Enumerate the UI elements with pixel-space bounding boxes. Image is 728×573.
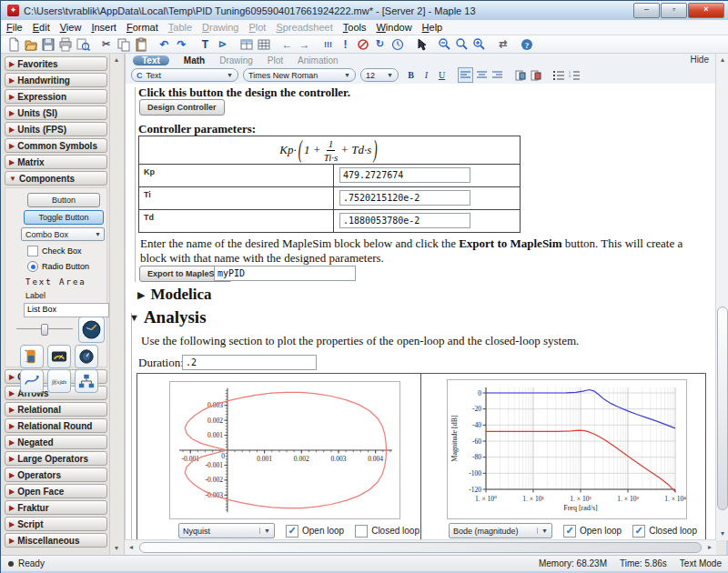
component-toggle-button[interactable]: Toggle Button [24,210,104,225]
interrupt-icon[interactable] [355,36,370,52]
scroll-left-icon[interactable]: ◂ [125,541,137,554]
block-name-input[interactable] [214,266,356,281]
scroll-down-icon[interactable]: ▾ [716,528,728,540]
menu-file[interactable]: File [6,22,23,33]
back-icon[interactable]: ← [279,36,295,52]
open-file-icon[interactable] [23,36,38,52]
redo-icon[interactable]: ↷ [174,36,189,52]
bode-open-loop-checkbox[interactable]: ✓ [563,525,576,538]
palette-header-relational-round[interactable]: ▶Relational Round [5,418,107,433]
print-icon[interactable] [57,36,73,52]
component-list-box[interactable]: List Box [24,303,109,317]
cut-icon[interactable]: ✂ [98,36,114,52]
kp-value-input[interactable] [339,167,470,183]
palette-header-miscellaneous[interactable]: ▶Miscellaneous [5,533,107,548]
menu-help[interactable]: Help [422,22,443,33]
scroll-right-icon[interactable]: ▸ [703,541,716,554]
design-controller-button[interactable]: Design Controller [139,99,225,116]
td-value-input[interactable] [339,213,470,228]
tab-math[interactable]: Math [184,55,205,65]
menu-window[interactable]: Window [376,22,411,33]
volume-gauge-icon[interactable]: +− [20,345,44,368]
palette-header-units-si-[interactable]: ▶Units (SI) [5,106,107,120]
print-preview-icon[interactable] [75,36,90,52]
palette-header-fraktur[interactable]: ▶Fraktur [5,500,107,515]
palette-header-units-fps-[interactable]: ▶Units (FPS) [5,122,107,136]
palette-header-common-symbols[interactable]: ▶Common Symbols [5,138,107,153]
menu-insert[interactable]: Insert [91,22,116,33]
analysis-section-header[interactable]: ▼ Analysis [129,307,207,327]
palette-header-operators[interactable]: ▶Operators [5,467,107,482]
menu-spreadsheet[interactable]: Spreadsheet [276,22,332,33]
title-bar[interactable]: ✦ C:\Users\tvrablik\AppData\Local\Temp\P… [1,1,728,20]
component-button[interactable]: Button [27,193,100,207]
menu-drawing[interactable]: Drawing [202,22,238,33]
nyquist-open-loop-checkbox[interactable]: ✓ [286,525,298,538]
menu-view[interactable]: View [60,22,82,33]
menu-format[interactable]: Format [126,22,158,33]
component-check-box[interactable]: Check Box [27,246,82,256]
math-mode-icon[interactable]: ⊳ [215,36,230,52]
rotary-gauge-icon[interactable] [75,345,98,368]
execute-icon[interactable]: ! [338,36,353,52]
scroll-up-icon[interactable]: ▴ [716,54,728,66]
scroll-down-icon[interactable]: ▾ [110,542,123,555]
bold-button[interactable]: B [404,68,418,82]
component-radio-button[interactable]: Radio Button [27,261,89,272]
palette-header-relational[interactable]: ▶Relational [5,402,107,417]
tab-animation[interactable]: Animation [298,55,338,65]
menu-edit[interactable]: Edit [33,22,50,33]
close-button[interactable]: × [688,3,724,18]
save-icon[interactable] [40,36,56,52]
menu-plot[interactable]: Plot [248,22,266,33]
insert-table-icon[interactable] [238,36,254,52]
dial-gauge-icon[interactable] [78,317,105,343]
document-horizontal-scrollbar[interactable]: ◂ ▸ [125,539,716,555]
vertical-scroll-thumb[interactable] [717,307,728,510]
tab-drawing[interactable]: Drawing [219,55,253,65]
forward-icon[interactable]: → [297,36,312,52]
horizontal-scroll-thumb[interactable] [139,542,702,553]
palette-header-matrix[interactable]: ▶Matrix [5,155,107,169]
execute-all-icon[interactable]: !!! [320,36,336,52]
menu-table[interactable]: Table [168,22,192,33]
text-mode-icon[interactable]: T [197,36,213,52]
zoom-reset-icon[interactable] [454,36,470,52]
zoom-out-icon[interactable] [437,36,452,52]
document-canvas[interactable]: Click this button the design the control… [126,84,716,540]
slider-thumb[interactable] [41,324,48,336]
component-slider[interactable] [16,324,73,333]
bode-closed-loop-checkbox[interactable]: ✓ [632,525,645,538]
italic-button[interactable]: I [420,68,433,82]
numbered-list-button[interactable]: 12 [567,68,581,82]
bode-plot[interactable]: 0-20-40-60-80-100-1201. × 10⁰1. × 10¹1. … [447,379,687,519]
nyquist-closed-loop-checkbox[interactable] [355,525,368,538]
menu-tools[interactable]: Tools [343,22,367,33]
tab-plot[interactable]: Plot [268,55,283,65]
help-icon[interactable]: ? [519,36,534,52]
restart-icon[interactable]: ↻ [372,36,388,52]
palette-header-favorites[interactable]: ▶Favorites [5,56,107,71]
sidebar-scrollbar[interactable]: ▴ ▾ [110,54,125,555]
copy-icon[interactable] [116,36,131,52]
pointer-tool-icon[interactable] [413,36,429,52]
autosave-icon[interactable] [389,36,405,52]
duration-input[interactable] [182,355,317,370]
zoom-in-icon[interactable] [471,36,487,52]
plot-component-icon[interactable] [20,369,44,393]
underline-button[interactable]: U [435,68,449,82]
forward-section-button[interactable] [529,68,542,82]
font-size-select[interactable]: 12 ▼ [360,68,399,82]
align-left-button[interactable] [458,67,473,83]
component-combo-box[interactable]: Combo Box▼ [21,227,105,241]
align-right-button[interactable] [490,68,504,82]
component-text-area[interactable]: Text Area [25,277,86,286]
toggle-view-icon[interactable]: ⇄ [495,36,511,52]
undo-icon[interactable]: ↶ [157,36,172,52]
nyquist-plot-type-select[interactable]: Nyquist ▼ [178,523,275,538]
backward-section-button[interactable] [513,68,527,82]
palette-header-open-face[interactable]: ▶Open Face [5,484,107,498]
nyquist-plot[interactable]: -0.0010.0010.0020.0030.004-0.003-0.002-0… [169,381,400,519]
palette-header-script[interactable]: ▶Script [5,517,107,531]
meter-gauge-icon[interactable] [47,345,71,368]
